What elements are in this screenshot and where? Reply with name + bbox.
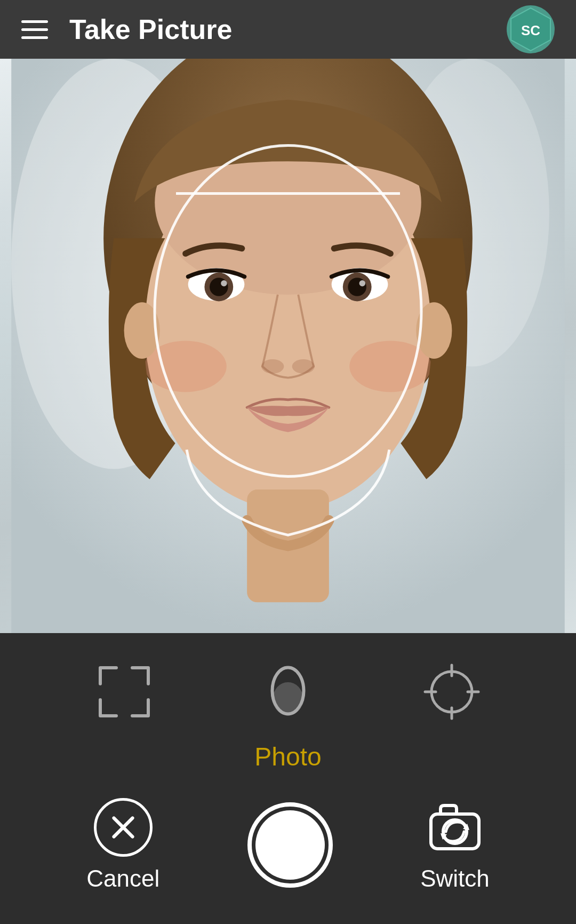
menu-button[interactable]	[21, 20, 48, 39]
x-icon	[105, 809, 142, 846]
switch-button[interactable]: Switch	[420, 798, 490, 892]
avatar[interactable]: SC	[507, 5, 555, 53]
svg-text:SC: SC	[521, 22, 540, 38]
svg-point-23	[155, 145, 421, 476]
camera-view	[0, 59, 576, 633]
page-title: Take Picture	[69, 13, 507, 45]
action-row: Cancel	[0, 787, 576, 924]
shutter-button[interactable]	[247, 802, 333, 888]
app-header: Take Picture SC	[0, 0, 576, 59]
switch-label: Switch	[420, 865, 490, 892]
camera-switch-icon	[426, 798, 484, 857]
menu-line-3	[21, 36, 48, 39]
switch-camera-icon	[426, 798, 484, 857]
target-icon[interactable]	[420, 660, 484, 726]
face-detection-outline	[133, 129, 443, 546]
camera-feed	[0, 59, 576, 633]
cancel-button[interactable]: Cancel	[86, 798, 159, 892]
mode-label: Photo	[0, 742, 576, 787]
icon-row	[0, 633, 576, 742]
cancel-label: Cancel	[86, 865, 159, 892]
cancel-circle-icon	[94, 798, 153, 857]
frame-icon[interactable]	[92, 660, 156, 726]
shutter-inner	[255, 810, 325, 880]
face-mode-icon[interactable]	[256, 660, 320, 726]
avatar-hex-icon: SC	[507, 5, 555, 53]
svg-point-28	[431, 672, 472, 712]
menu-line-1	[21, 20, 48, 23]
controls-area: Photo Cancel	[0, 633, 576, 924]
menu-line-2	[21, 28, 48, 31]
